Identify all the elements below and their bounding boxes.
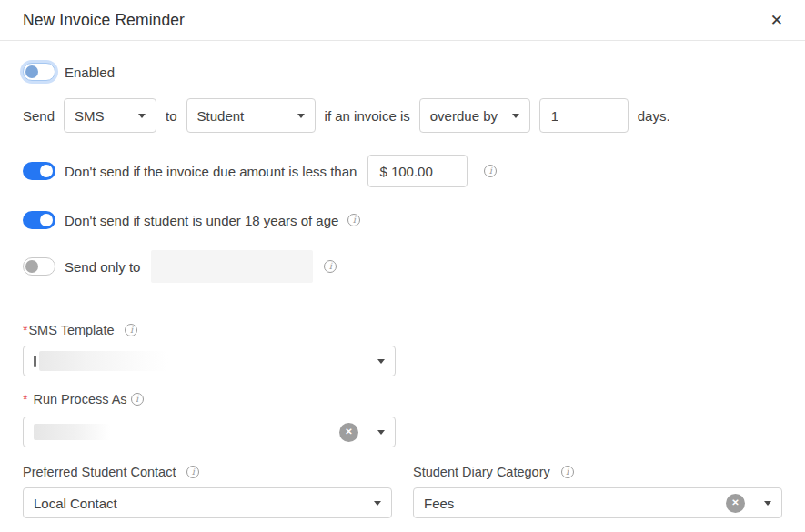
toggle-knob [25, 260, 38, 273]
sms-template-value-redacted [34, 351, 370, 371]
send-only-row: Send only to i [23, 250, 782, 283]
diary-category-label-row: Student Diary Category i [413, 465, 782, 479]
min-amount-row: Don't send if the invoice due amount is … [23, 155, 782, 187]
recipient-select-value: Student [197, 108, 245, 124]
bottom-fields: Preferred Student Contact i Local Contac… [23, 465, 782, 518]
condition-select[interactable]: overdue by [419, 98, 530, 133]
under-age-row: Don't send if student is under 18 years … [23, 211, 782, 229]
redacted-text-blur [39, 351, 168, 371]
chevron-down-icon [377, 359, 385, 364]
preferred-contact-select[interactable]: Local Contact [23, 487, 392, 518]
to-label: to [166, 108, 177, 124]
diary-category-label: Student Diary Category [413, 465, 550, 479]
run-process-select[interactable]: ✕ [23, 417, 396, 447]
sms-template-label-row: * SMS Template i [23, 323, 782, 337]
days-input[interactable] [539, 98, 629, 133]
enabled-toggle[interactable] [23, 63, 55, 81]
recipient-select[interactable]: Student [186, 98, 316, 133]
info-icon[interactable]: i [186, 466, 199, 478]
chevron-down-icon [138, 114, 146, 118]
section-divider [23, 306, 778, 306]
under-age-toggle[interactable] [23, 211, 55, 229]
new-invoice-reminder-dialog: New Invoice Reminder ✕ Enabled Send SMS … [0, 0, 805, 532]
send-only-toggle[interactable] [23, 257, 55, 276]
dialog-body: Enabled Send SMS to Student if an invoic… [0, 63, 805, 518]
diary-category-select[interactable]: Fees ✕ [413, 487, 782, 518]
channel-select-value: SMS [75, 108, 105, 124]
min-amount-input[interactable] [367, 155, 468, 187]
run-process-label: Run Process As [33, 392, 126, 407]
toggle-knob [40, 214, 53, 226]
send-prefix-label: Send [23, 108, 55, 124]
info-icon[interactable]: i [324, 260, 337, 273]
info-icon[interactable]: i [561, 466, 574, 478]
info-icon[interactable]: i [131, 393, 144, 406]
required-asterisk: * [23, 323, 27, 337]
chevron-down-icon [377, 430, 385, 435]
dialog-header: New Invoice Reminder ✕ [0, 0, 805, 41]
info-icon[interactable]: i [347, 214, 360, 226]
sms-template-select[interactable] [23, 346, 396, 376]
under-age-label: Don't send if student is under 18 years … [65, 213, 338, 228]
enabled-label: Enabled [65, 65, 115, 80]
enabled-row: Enabled [23, 63, 782, 81]
min-amount-label: Don't send if the invoice due amount is … [65, 164, 357, 179]
preferred-contact-label: Preferred Student Contact [23, 465, 176, 479]
close-icon[interactable]: ✕ [770, 13, 783, 28]
min-amount-toggle[interactable] [23, 162, 55, 180]
run-process-value-redacted [34, 424, 339, 440]
send-rule-row: Send SMS to Student if an invoice is ove… [23, 98, 782, 133]
channel-select[interactable]: SMS [64, 98, 156, 133]
condition-select-value: overdue by [430, 108, 498, 124]
required-asterisk: * [23, 392, 27, 407]
send-only-input[interactable] [151, 250, 313, 283]
run-process-label-row: * Run Process As i [23, 392, 782, 407]
chevron-down-icon [764, 501, 771, 506]
preferred-contact-label-row: Preferred Student Contact i [23, 465, 392, 479]
chevron-down-icon [374, 501, 381, 506]
preferred-contact-field: Preferred Student Contact i Local Contac… [23, 465, 392, 518]
toggle-knob [25, 65, 38, 78]
preferred-contact-value: Local Contact [34, 496, 117, 511]
sms-template-label: SMS Template [28, 323, 114, 337]
diary-category-field: Student Diary Category i Fees ✕ [413, 465, 782, 518]
clear-icon[interactable]: ✕ [339, 423, 358, 442]
info-icon[interactable]: i [484, 165, 497, 177]
dialog-title: New Invoice Reminder [23, 11, 185, 30]
redacted-text-blur [34, 424, 110, 440]
days-suffix-label: days. [638, 108, 670, 124]
chevron-down-icon [512, 114, 519, 118]
info-icon[interactable]: i [125, 324, 137, 336]
diary-category-value: Fees [424, 496, 454, 511]
condition-prefix-label: if an invoice is [325, 108, 410, 124]
redacted-text-fragment [34, 356, 36, 367]
clear-icon[interactable]: ✕ [726, 494, 745, 513]
chevron-down-icon [297, 114, 305, 118]
send-only-label: Send only to [65, 259, 140, 275]
toggle-knob [40, 165, 53, 177]
